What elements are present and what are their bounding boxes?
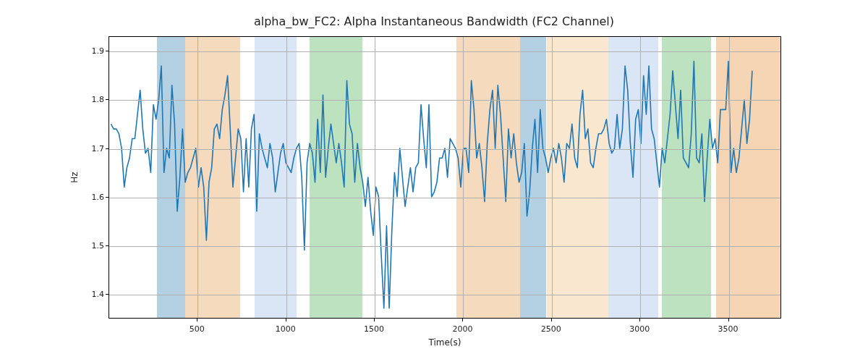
y-tick-mark	[106, 148, 109, 149]
x-tick-mark	[728, 319, 729, 321]
gridline-horizontal	[109, 295, 780, 295]
gridline-vertical	[286, 37, 287, 318]
y-axis-label: Hz	[69, 172, 80, 182]
x-tick-label: 2000	[452, 324, 472, 334]
y-tick-label: 1.6	[75, 192, 104, 201]
gridline-horizontal	[109, 246, 780, 247]
y-tick-mark	[106, 245, 109, 246]
plot-svg	[109, 37, 780, 318]
y-tick-label: 1.8	[75, 95, 104, 104]
x-tick-mark	[374, 319, 375, 321]
x-axis-label: Time(s)	[109, 337, 781, 348]
gridline-horizontal	[109, 51, 780, 52]
y-tick-mark	[106, 197, 109, 198]
x-tick-label: 500	[190, 324, 205, 334]
y-tick-label: 1.7	[75, 143, 104, 153]
y-tick-mark	[106, 99, 109, 100]
gridline-horizontal	[109, 149, 780, 150]
y-tick-mark	[106, 294, 109, 295]
plot-area	[109, 36, 781, 319]
chart-title: alpha_bw_FC2: Alpha Instantaneous Bandwi…	[0, 14, 868, 28]
gridline-vertical	[640, 37, 641, 318]
y-axis-label-container: Hz	[69, 36, 80, 319]
y-tick-label: 1.5	[75, 241, 104, 251]
x-tick-mark	[286, 319, 286, 321]
y-tick-label: 1.9	[75, 46, 104, 56]
figure: alpha_bw_FC2: Alpha Instantaneous Bandwi…	[0, 0, 868, 362]
gridline-horizontal	[109, 198, 780, 198]
gridline-vertical	[375, 37, 375, 318]
x-tick-mark	[197, 319, 197, 321]
gridline-horizontal	[109, 100, 780, 101]
x-tick-mark	[551, 319, 552, 321]
data-line	[111, 61, 752, 308]
gridline-vertical	[197, 37, 198, 318]
x-tick-label: 3000	[629, 324, 650, 334]
x-tick-mark	[639, 319, 640, 321]
x-tick-label: 2500	[541, 324, 561, 334]
x-tick-label: 1500	[364, 324, 384, 334]
x-tick-label: 3500	[718, 324, 739, 334]
x-tick-label: 1000	[276, 324, 296, 334]
y-tick-mark	[106, 51, 109, 51]
gridline-vertical	[463, 37, 464, 318]
gridline-vertical	[552, 37, 553, 318]
x-tick-mark	[462, 319, 463, 321]
y-tick-label: 1.4	[75, 290, 104, 299]
gridline-vertical	[729, 37, 730, 318]
